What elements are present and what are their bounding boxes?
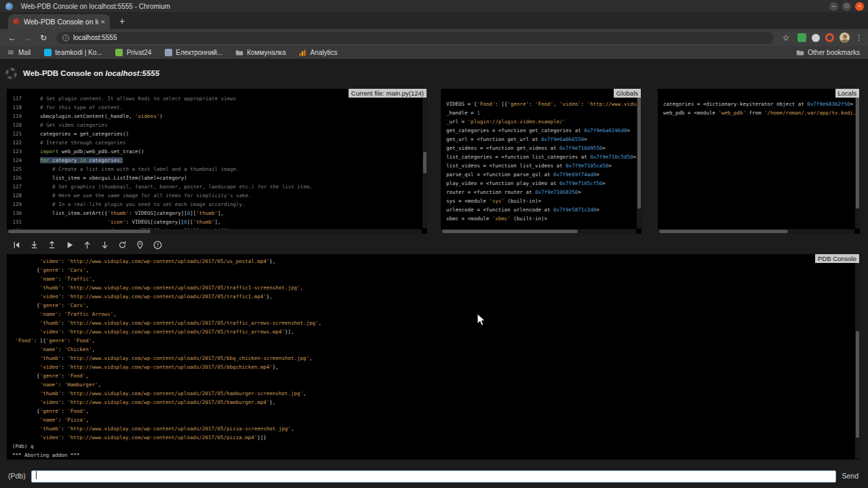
globals-line: urlencode = <function urlencode at 0x7f9… [446, 205, 636, 214]
bookmarks-bar: ✉Mailteamkodi | Ko...Privat24Електронний… [0, 46, 868, 60]
code-line: 125 # Create a list item with a text lab… [7, 165, 427, 174]
bookmark-item[interactable]: ✉Mail [7, 49, 31, 57]
bookmark-label: Коммуналка [247, 49, 285, 56]
extension-icon-2[interactable] [812, 34, 820, 42]
debugger-controls: ? [11, 237, 868, 253]
code-line: 128 # Here we use the same image for all… [7, 191, 427, 200]
where-button[interactable] [134, 239, 145, 250]
globals-line: parse_qsl = <function parse_qsl at 0x7f9… [446, 170, 636, 179]
window-minimize-button[interactable]: – [829, 2, 838, 11]
help-icon: ? [153, 240, 163, 250]
locals-list[interactable]: categories = <dictionary-keyiterator obj… [658, 89, 860, 234]
console-line: 'thumb': 'http://www.vidsplay.com/wp-con… [12, 389, 854, 398]
bookmark-label: Analytics [310, 49, 337, 56]
bookmark-item[interactable]: Privat24 [115, 49, 152, 57]
globals-line: get_url = <function get_url at 0x7f9e6a0… [446, 135, 636, 144]
bookmark-item[interactable]: teamkodi | Ko... [43, 49, 102, 57]
locals-label: Locals [835, 89, 859, 98]
code-line: 129 # In a real-life plugin you need to … [7, 200, 427, 209]
code-vertical-scrollbar[interactable] [422, 89, 427, 228]
globals-list[interactable]: VIDEOS = {'Food': [{'genre': 'Food', 'vi… [441, 89, 642, 234]
extension-icon-3[interactable] [825, 33, 834, 42]
current-line-button[interactable] [11, 239, 22, 250]
address-bar[interactable]: i localhost:5555 [56, 32, 773, 44]
console-line: {'genre': 'Food', [12, 371, 854, 380]
console-line: {'genre': 'Cars', [12, 301, 854, 310]
console-line: (Pdb) q [12, 442, 854, 451]
stack-up-button[interactable] [81, 239, 92, 250]
window-titlebar[interactable]: Web-PDB Console on localhost:5555 - Chro… [0, 0, 868, 13]
address-bar-url: localhost:5555 [73, 34, 117, 41]
console-line: 'name': 'Pizza', [12, 415, 854, 424]
continue-button[interactable] [64, 239, 75, 250]
locals-horizontal-scrollbar[interactable] [658, 229, 854, 234]
profile-avatar[interactable] [840, 33, 850, 43]
console-line: 'Food': [{'genre': 'Food', [12, 336, 854, 345]
globals-panel: Globals VIDEOS = {'Food': [{'genre': 'Fo… [441, 89, 642, 234]
help-button[interactable]: ? [152, 239, 163, 250]
globals-line: sys = <module 'sys' (built-in)> [446, 197, 636, 205]
toolbar-right-icons: ⋮ [797, 33, 863, 43]
step-out-button[interactable] [46, 239, 57, 250]
bookmark-item[interactable]: Analytics [298, 49, 337, 57]
pdb-console-label: PDB Console [815, 254, 859, 263]
browser-menu-icon[interactable]: ⋮ [855, 33, 863, 43]
new-tab-button[interactable]: + [115, 15, 129, 28]
stack-down-button[interactable] [99, 239, 110, 250]
reload-button[interactable]: ↻ [37, 31, 50, 45]
browser-tab-active[interactable]: Web-PDB Console on loca × [8, 14, 110, 29]
extension-icon-1[interactable] [797, 33, 806, 42]
svg-text:?: ? [156, 241, 159, 247]
console-line: 'thumb': 'http://www.vidsplay.com/wp-con… [12, 319, 854, 327]
pdb-prompt-row: (Pdb) Send [8, 468, 859, 484]
code-line: 124 for category in categories: [7, 156, 427, 165]
pdb-console-panel: PDB Console 'video': 'http://www.vidspla… [7, 254, 860, 460]
pdb-prompt-label: (Pdb) [8, 472, 26, 480]
source-code[interactable]: 117 # Set plugin content. It allows Kodi… [7, 89, 427, 234]
globals-line: VIDEOS = {'Food': [{'genre': 'Food', 'vi… [446, 100, 636, 108]
console-vertical-scrollbar[interactable] [855, 255, 860, 459]
tab-close-icon[interactable]: × [101, 18, 105, 26]
restart-button[interactable] [117, 239, 127, 250]
console-line: 'video': 'http://www.vidsplay.com/wp-con… [12, 363, 854, 371]
privat24-favicon [115, 49, 123, 57]
page-header: Web-PDB Console on localhost:5555 [0, 60, 868, 80]
browser-toolbar: ← → ↻ i localhost:5555 ☆ ⋮ [0, 29, 868, 46]
bookmark-label: Електронний... [176, 49, 222, 56]
bookmark-item[interactable]: Коммуналка [235, 49, 285, 57]
console-line: 'thumb': 'http://www.vidsplay.com/wp-con… [12, 354, 854, 363]
activity-spinner-icon [5, 68, 17, 79]
back-button[interactable]: ← [5, 31, 19, 45]
page-title: Web-PDB Console on localhost:5555 [23, 69, 159, 77]
pdb-command-input[interactable] [31, 470, 837, 483]
console-line: 'video': 'http://www.vidsplay.com/wp-con… [12, 327, 854, 336]
bookmark-item[interactable]: Електронний... [164, 49, 222, 57]
stack-up-icon [82, 240, 92, 250]
step-into-button[interactable] [28, 239, 39, 250]
console-line: {'genre': 'Food', [12, 407, 854, 415]
globals-line: list_videos = <function list_videos at 0… [446, 161, 636, 170]
globals-line: get_videos = <function get_videos at 0x7… [446, 144, 636, 152]
code-line: 123 import web_pdb;web_pdb.set_trace() [7, 147, 427, 156]
send-button[interactable]: Send [842, 472, 859, 480]
bookmark-label: Privat24 [127, 49, 152, 56]
window-close-button[interactable]: × [855, 2, 864, 11]
other-bookmarks-button[interactable]: Other bookmarks [796, 49, 860, 57]
continue-icon [64, 240, 75, 250]
debugger-panels: Current file: main.py(124) 117 # Set plu… [7, 89, 860, 234]
locals-vertical-scrollbar[interactable] [855, 89, 860, 228]
bookmark-star-icon[interactable]: ☆ [779, 31, 793, 45]
globals-vertical-scrollbar[interactable] [637, 89, 642, 228]
pdb-console-output[interactable]: 'video': 'http://www.vidsplay.com/wp-con… [7, 254, 860, 460]
site-info-icon[interactable]: i [62, 35, 69, 41]
locals-line: web_pdb = <module 'web_pdb' from '/home/… [663, 108, 854, 117]
analytics-icon [298, 49, 307, 57]
page-title-host: localhost:5555 [105, 69, 159, 77]
window-maximize-button[interactable]: □ [842, 2, 851, 11]
code-horizontal-scrollbar[interactable] [7, 229, 422, 234]
forward-button[interactable]: → [21, 31, 35, 45]
globals-horizontal-scrollbar[interactable] [441, 229, 636, 234]
console-line: 'video': 'http://www.vidsplay.com/wp-con… [12, 292, 854, 301]
doc-favicon [164, 49, 172, 57]
console-line: 'thumb': 'http://www.vidsplay.com/wp-con… [12, 283, 854, 292]
